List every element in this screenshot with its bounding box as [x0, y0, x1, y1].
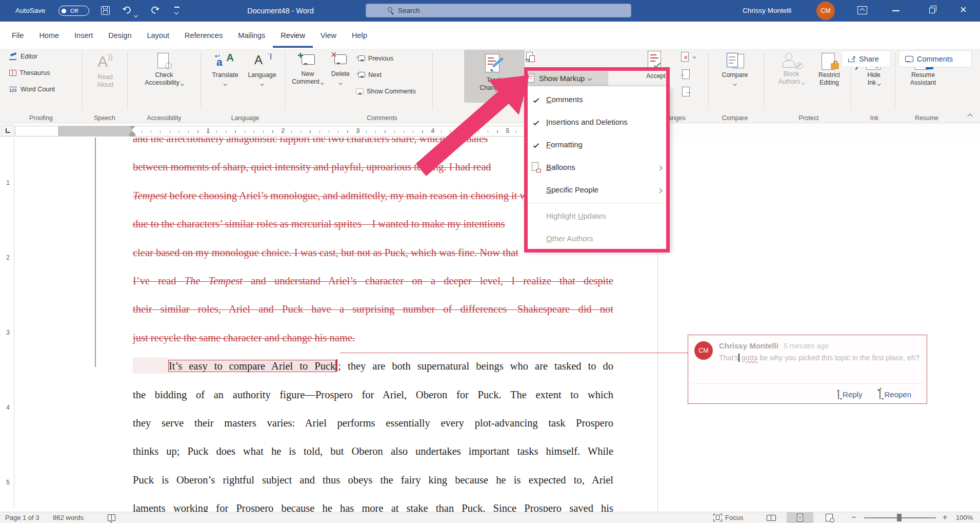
focus-label[interactable]: Focus — [725, 514, 743, 521]
tab-view[interactable]: View — [313, 23, 344, 48]
ruler-number: 4 — [6, 404, 10, 411]
reply-button[interactable]: ← Reply — [838, 390, 862, 399]
ruler-number: 3 — [356, 127, 360, 134]
comment-anchor-highlight[interactable]: It’s easy to compare Ariel to Puck — [169, 360, 335, 372]
tab-help[interactable]: Help — [344, 23, 375, 48]
autosave-toggle[interactable]: Off — [58, 6, 89, 16]
compare-button[interactable]: Compare — [717, 53, 753, 87]
minimize-icon[interactable] — [892, 10, 899, 11]
autosave-state: Off — [70, 8, 78, 14]
zoom-out-button[interactable]: − — [851, 513, 856, 522]
print-layout-button[interactable] — [787, 512, 813, 523]
print-layout-icon — [797, 514, 803, 521]
word-count-button[interactable]: 123 Word Count — [9, 86, 55, 93]
group-label-compare: Compare — [722, 114, 748, 122]
reopen-button[interactable]: Reopen — [879, 390, 911, 399]
previous-comment-button[interactable]: ← Previous — [356, 55, 393, 62]
block-authors-icon — [781, 53, 802, 69]
restore-icon[interactable] — [931, 6, 936, 11]
body-text-line: they serve their masters varies: Ariel p… — [133, 414, 613, 433]
comment-card[interactable]: CM Chrissy Montelli5 minutes ago That’s … — [688, 335, 927, 404]
deleted-text-line: their similar roles, Ariel and Puck have… — [133, 300, 613, 319]
ruler-number: 5 — [6, 479, 10, 486]
word-window: AutoSave Off Document48 - Word Search Ch… — [0, 0, 980, 523]
ruler-number: 2 — [6, 254, 10, 261]
comments-label: Comments — [917, 55, 953, 63]
reopen-icon — [879, 390, 881, 399]
check-accessibility-button[interactable]: Check Accessibility — [138, 53, 190, 87]
tab-layout[interactable]: Layout — [139, 23, 177, 48]
tab-selector[interactable] — [1, 125, 14, 137]
tab-review[interactable]: Review — [273, 23, 313, 48]
text-cursor — [738, 354, 739, 362]
deleted-text-line: I’ve read The Tempest and understand Ari… — [133, 272, 613, 290]
avatar[interactable]: CM — [816, 2, 835, 20]
document-page[interactable]: and the affectionately antagonistic rapp… — [0, 138, 980, 512]
zoom-in-button[interactable]: + — [943, 513, 947, 522]
tab-design[interactable]: Design — [101, 23, 139, 48]
word-count-indicator[interactable]: 862 words — [53, 514, 84, 521]
next-comment-button[interactable]: → Next — [356, 71, 382, 79]
redo-button[interactable] — [150, 6, 160, 17]
tab-references[interactable]: References — [177, 23, 230, 48]
editor-button[interactable]: Editor — [9, 53, 37, 60]
zoom-level[interactable]: 100% — [956, 514, 973, 521]
share-label: Share — [859, 55, 879, 63]
word-count-icon: 123 — [9, 86, 17, 93]
previous-comment-label: Previous — [368, 55, 393, 62]
comment-anchor-bracket — [336, 359, 337, 372]
tab-home[interactable]: Home — [31, 23, 67, 48]
share-icon: ↗ — [848, 56, 855, 62]
autosave-label: AutoSave — [15, 7, 46, 14]
web-layout-icon[interactable] — [826, 514, 833, 521]
read-aloud-icon: A)) — [90, 53, 120, 70]
user-name[interactable]: Chrissy Montelli — [743, 7, 791, 14]
collapse-ribbon-icon[interactable] — [968, 114, 973, 119]
next-comment-icon: → — [356, 71, 365, 79]
body-text-line-with-comment-anchor: It’s easy to compare Ariel to Puck; they… — [133, 357, 613, 376]
translate-icon: a A ↩ — [216, 53, 234, 68]
delete-comment-button[interactable]: × Delete — [327, 53, 354, 86]
read-mode-icon[interactable] — [767, 515, 776, 521]
thesaurus-label: Thesaurus — [19, 69, 50, 76]
ribbon-display-options-icon[interactable] — [857, 6, 867, 14]
editor-icon — [9, 53, 17, 60]
comment-text[interactable]: That’s gotta be why you picked this topi… — [719, 353, 924, 363]
tab-mailings[interactable]: Mailings — [230, 23, 273, 48]
comment-connector-line — [340, 353, 688, 353]
language-button[interactable]: A ˈ| Language — [245, 53, 279, 87]
delete-comment-icon: × — [332, 53, 349, 68]
tab-insert[interactable]: Insert — [67, 23, 101, 48]
focus-icon[interactable] — [713, 514, 722, 521]
customize-quick-access-icon[interactable] — [175, 7, 178, 16]
zoom-slider-thumb[interactable] — [897, 514, 902, 521]
first-line-indent-marker[interactable] — [129, 126, 135, 129]
group-label-language: Language — [231, 114, 259, 122]
block-authors-button[interactable]: Block Authors — [773, 53, 809, 86]
undo-dropdown-icon[interactable] — [134, 10, 137, 19]
save-icon[interactable] — [101, 6, 110, 15]
undo-button[interactable] — [122, 6, 132, 17]
translate-button[interactable]: a A ↩ Translate — [209, 53, 241, 87]
previous-comment-icon: ← — [356, 55, 365, 62]
page-indicator[interactable]: Page 1 of 3 — [5, 514, 39, 521]
share-button[interactable]: ↗ Share — [842, 50, 891, 67]
close-icon[interactable]: × — [960, 3, 967, 16]
proofing-errors-icon[interactable]: × — [108, 514, 115, 521]
next-comment-label: Next — [368, 71, 382, 79]
vertical-ruler[interactable]: 1 2 3 4 5 — [3, 138, 14, 508]
language-icon: A ˈ| — [253, 53, 271, 68]
ruler-number: 1 — [6, 179, 10, 186]
ruler-number: 3 — [6, 329, 10, 336]
search-input[interactable]: Search — [366, 4, 631, 17]
comments-button[interactable]: Comments — [898, 50, 972, 67]
search-icon — [388, 7, 392, 12]
group-label-ink: Ink — [870, 114, 878, 122]
tab-file[interactable]: File — [4, 23, 31, 48]
new-comment-button[interactable]: + New Comment — [291, 53, 325, 86]
thesaurus-button[interactable]: Thesaurus — [9, 69, 50, 76]
comment-author: Chrissy Montelli5 minutes ago — [719, 341, 829, 350]
read-aloud-button[interactable]: A)) ReadAloud — [90, 53, 120, 89]
ribbon-tab-row: File Home Insert Design Layout Reference… — [0, 22, 980, 49]
left-indent-marker[interactable] — [129, 134, 135, 137]
